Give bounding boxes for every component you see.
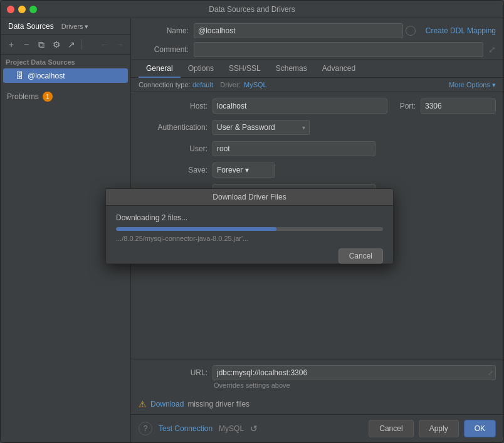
conn-type-info: Connection type: default Driver: MySQL bbox=[139, 80, 267, 89]
ds-header: Name: Create DDL Mapping Comment: ⤢ bbox=[131, 18, 503, 60]
download-section: ⚠ Download missing driver files bbox=[131, 394, 503, 414]
comment-input[interactable] bbox=[194, 42, 483, 57]
comment-label: Comment: bbox=[139, 45, 189, 54]
config-button[interactable]: ⚙ bbox=[50, 38, 63, 51]
apply-button[interactable]: Apply bbox=[419, 420, 459, 437]
save-dropdown-arrow: ▾ bbox=[245, 166, 249, 174]
dialog-file-path: .../8.0.25/mysql-connector-java-8.0.25.j… bbox=[116, 235, 383, 242]
user-row: User: bbox=[139, 141, 496, 156]
mysql-label: MySQL bbox=[219, 424, 244, 433]
remove-button[interactable]: − bbox=[19, 38, 33, 51]
tab-drivers[interactable]: Drivers ▾ bbox=[61, 23, 88, 31]
toolbar-separator bbox=[81, 40, 81, 50]
test-connection-button[interactable]: Test Connection bbox=[159, 424, 213, 433]
problems-label: Problems bbox=[7, 92, 39, 101]
tabs-bar: General Options SSH/SSL Schemas Advanced bbox=[131, 60, 503, 78]
dialog-title: Download Driver Files bbox=[106, 189, 393, 206]
conn-info-bar: Connection type: default Driver: MySQL M… bbox=[131, 78, 503, 92]
host-row: Host: Port: bbox=[139, 99, 496, 114]
download-dialog: Download Driver Files Downloading 2 file… bbox=[105, 188, 394, 264]
dialog-cancel-button[interactable]: Cancel bbox=[339, 248, 383, 264]
forward-button[interactable]: → bbox=[113, 38, 127, 51]
sidebar-item-label: @localhost bbox=[28, 72, 65, 80]
nav-buttons: ← → bbox=[98, 38, 127, 51]
tab-advanced[interactable]: Advanced bbox=[315, 60, 363, 78]
help-button[interactable]: ? bbox=[139, 422, 152, 435]
name-row: Name: Create DDL Mapping bbox=[139, 23, 496, 38]
url-label: URL: bbox=[139, 368, 207, 377]
main-window: Data Sources and Drivers Data Sources Dr… bbox=[0, 0, 504, 443]
minimize-button[interactable] bbox=[18, 6, 26, 13]
user-label: User: bbox=[139, 144, 207, 153]
bottom-bar: ? Test Connection MySQL ↺ Cancel Apply O… bbox=[131, 414, 503, 442]
host-input[interactable] bbox=[213, 99, 387, 114]
comment-row: Comment: ⤢ bbox=[139, 42, 496, 57]
tab-schemas[interactable]: Schemas bbox=[268, 60, 315, 78]
section-header: Project Data Sources bbox=[1, 55, 130, 68]
export-button[interactable]: ↗ bbox=[65, 38, 78, 51]
url-section: URL: ⤢ Overrides settings above bbox=[131, 360, 503, 394]
save-password-row: Save: Forever ▾ bbox=[139, 163, 496, 178]
undo-icon[interactable]: ↺ bbox=[250, 424, 258, 434]
duplicate-button[interactable]: ⧉ bbox=[34, 38, 48, 51]
conn-type-value[interactable]: default bbox=[192, 81, 213, 88]
bottom-left: ? Test Connection MySQL ↺ bbox=[139, 422, 258, 435]
comment-expand-icon: ⤢ bbox=[488, 45, 496, 55]
name-input[interactable] bbox=[194, 23, 403, 38]
title-bar: Data Sources and Drivers bbox=[1, 1, 503, 18]
auth-value: User & Password bbox=[217, 123, 275, 132]
progress-bar-fill bbox=[116, 227, 276, 231]
dialog-body: Downloading 2 files... .../8.0.25/mysql-… bbox=[106, 206, 393, 256]
create-ddl-button[interactable]: Create DDL Mapping bbox=[426, 26, 496, 35]
tab-ssh-ssl[interactable]: SSH/SSL bbox=[221, 60, 268, 78]
add-button[interactable]: + bbox=[4, 38, 18, 51]
more-options-button[interactable]: More Options ▾ bbox=[449, 81, 496, 89]
url-hint: Overrides settings above bbox=[214, 382, 496, 389]
auth-row: Authentication: User & Password ▾ bbox=[139, 120, 496, 135]
auth-dropdown[interactable]: User & Password ▾ bbox=[213, 120, 310, 135]
name-label: Name: bbox=[139, 26, 189, 35]
window-controls bbox=[7, 6, 37, 13]
bottom-right: Cancel Apply OK bbox=[369, 420, 496, 437]
download-link[interactable]: Download bbox=[150, 400, 184, 408]
port-label: Port: bbox=[400, 102, 416, 110]
host-label: Host: bbox=[139, 102, 207, 110]
user-input[interactable] bbox=[213, 141, 375, 156]
tab-options[interactable]: Options bbox=[181, 60, 221, 78]
download-text: missing driver files bbox=[187, 400, 249, 408]
name-input-wrapper bbox=[194, 23, 416, 38]
auth-label: Authentication: bbox=[139, 123, 207, 132]
cancel-button[interactable]: Cancel bbox=[369, 420, 413, 437]
save-dropdown[interactable]: Forever ▾ bbox=[213, 163, 275, 178]
db-icon: 🗄 bbox=[16, 71, 24, 80]
url-row: URL: ⤢ bbox=[139, 365, 496, 380]
sidebar-tab-bar: Data Sources Drivers ▾ bbox=[1, 18, 130, 35]
save-value: Forever bbox=[217, 166, 243, 174]
conn-type-label: Connection type: bbox=[139, 81, 191, 88]
url-input[interactable] bbox=[213, 365, 496, 380]
ok-button[interactable]: OK bbox=[464, 420, 496, 437]
status-icon bbox=[406, 26, 416, 36]
sidebar-item-localhost[interactable]: 🗄 @localhost bbox=[3, 68, 128, 83]
url-input-wrapper: ⤢ bbox=[213, 365, 496, 380]
window-title: Data Sources and Drivers bbox=[209, 5, 295, 14]
driver-label: Driver: bbox=[220, 81, 240, 88]
sidebar-toolbar: + − ⧉ ⚙ ↗ ← → bbox=[1, 35, 130, 55]
maximize-button[interactable] bbox=[29, 6, 37, 13]
progress-bar-track bbox=[116, 227, 383, 231]
tab-general[interactable]: General bbox=[139, 60, 181, 78]
back-button[interactable]: ← bbox=[98, 38, 112, 51]
dialog-status: Downloading 2 files... bbox=[116, 213, 383, 222]
port-input[interactable] bbox=[421, 99, 496, 114]
url-expand-icon: ⤢ bbox=[488, 369, 493, 377]
dropdown-arrow-icon: ▾ bbox=[302, 124, 305, 131]
close-button[interactable] bbox=[7, 6, 14, 13]
warning-icon: ⚠ bbox=[139, 399, 147, 409]
driver-value[interactable]: MySQL bbox=[244, 81, 267, 88]
tab-data-sources[interactable]: Data Sources bbox=[6, 21, 56, 32]
problems-badge: 1 bbox=[43, 92, 53, 102]
problems-section: Problems 1 bbox=[1, 88, 130, 105]
save-label: Save: bbox=[139, 166, 207, 174]
